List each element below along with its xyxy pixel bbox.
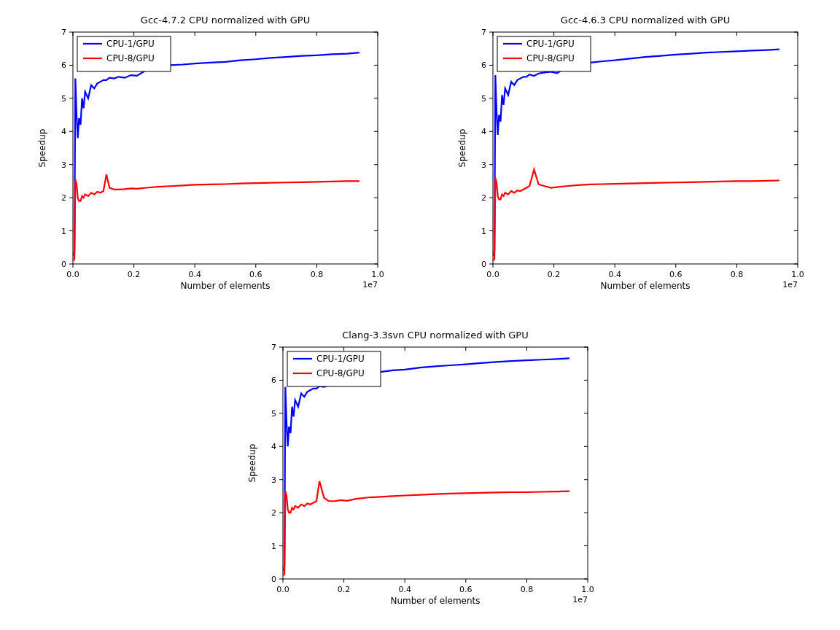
y-tick-label: 3 [271,475,276,485]
y-tick-label: 4 [271,442,276,451]
chart-cell-2: 0.00.20.40.60.81.0012345671e7Number of e… [7,322,833,623]
legend-label: CPU-8/GPU [316,368,365,378]
y-tick-label: 2 [271,508,276,518]
x-exponent: 1e7 [782,280,798,289]
y-tick-label: 6 [271,376,276,385]
x-exponent: 1e7 [362,280,378,289]
x-tick-label: 0.2 [128,270,141,279]
legend-label: CPU-1/GPU [106,39,155,49]
x-tick-label: 0.4 [188,270,201,279]
x-tick-label: 1.0 [581,585,594,594]
y-tick-label: 5 [271,409,276,419]
y-tick-label: 2 [481,193,486,203]
x-tick-label: 0.0 [276,585,289,594]
y-tick-label: 5 [61,94,66,104]
x-tick-label: 0.2 [338,585,351,594]
series-line [494,170,779,261]
chart-gcc472: 0.00.20.40.60.81.0012345671e7Number of e… [28,12,392,303]
x-tick-label: 1.0 [791,270,804,279]
y-tick-label: 2 [61,193,66,203]
chart-title: Gcc-4.6.3 CPU normalized with GPU [561,15,730,26]
y-tick-label: 3 [481,160,486,170]
y-tick-label: 7 [61,28,66,37]
y-tick-label: 5 [481,94,486,104]
y-tick-label: 1 [61,227,66,236]
x-tick-label: 0.2 [548,270,561,279]
y-tick-label: 0 [61,260,66,269]
series-line [284,358,569,570]
chart-title: Clang-3.3svn CPU normalized with GPU [342,330,528,341]
x-tick-label: 0.4 [608,270,621,279]
x-tick-label: 0.6 [669,270,682,279]
x-tick-label: 1.0 [371,270,384,279]
x-axis-label: Number of elements [180,281,270,291]
y-tick-label: 3 [61,160,66,170]
y-tick-label: 4 [61,127,66,136]
x-exponent: 1e7 [572,595,588,604]
y-tick-label: 4 [481,127,486,136]
x-tick-label: 0.6 [249,270,262,279]
series-line [74,174,359,260]
y-axis-label: Speedup [37,129,47,168]
legend-label: CPU-8/GPU [526,53,575,63]
legend-label: CPU-1/GPU [316,354,365,364]
chart-cell-0: 0.00.20.40.60.81.0012345671e7Number of e… [7,7,413,308]
series-line [494,50,779,256]
y-tick-label: 0 [271,575,276,584]
x-tick-label: 0.8 [521,585,534,594]
y-tick-label: 0 [481,260,486,269]
x-tick-label: 0.4 [398,585,411,594]
chart-clang33: 0.00.20.40.60.81.0012345671e7Number of e… [238,327,602,618]
y-axis-label: Speedup [247,444,257,483]
x-tick-label: 0.6 [459,585,472,594]
legend-label: CPU-1/GPU [526,39,575,49]
x-axis-label: Number of elements [600,281,690,291]
chart-title: Gcc-4.7.2 CPU normalized with GPU [141,15,310,26]
series-line [74,52,359,255]
series-line [284,481,569,575]
chart-gcc463: 0.00.20.40.60.81.0012345671e7Number of e… [448,12,812,303]
y-tick-label: 7 [481,28,486,37]
y-tick-label: 6 [481,61,486,70]
x-tick-label: 0.8 [731,270,744,279]
chart-cell-1: 0.00.20.40.60.81.0012345671e7Number of e… [427,7,833,308]
y-tick-label: 7 [271,343,276,352]
x-tick-label: 0.8 [311,270,324,279]
y-tick-label: 1 [271,542,276,551]
x-axis-label: Number of elements [390,596,480,606]
legend-label: CPU-8/GPU [106,53,155,63]
y-tick-label: 6 [61,61,66,70]
chart-grid: 0.00.20.40.60.81.0012345671e7Number of e… [7,7,833,623]
x-tick-label: 0.0 [66,270,79,279]
y-axis-label: Speedup [457,129,467,168]
x-tick-label: 0.0 [486,270,499,279]
y-tick-label: 1 [481,227,486,236]
